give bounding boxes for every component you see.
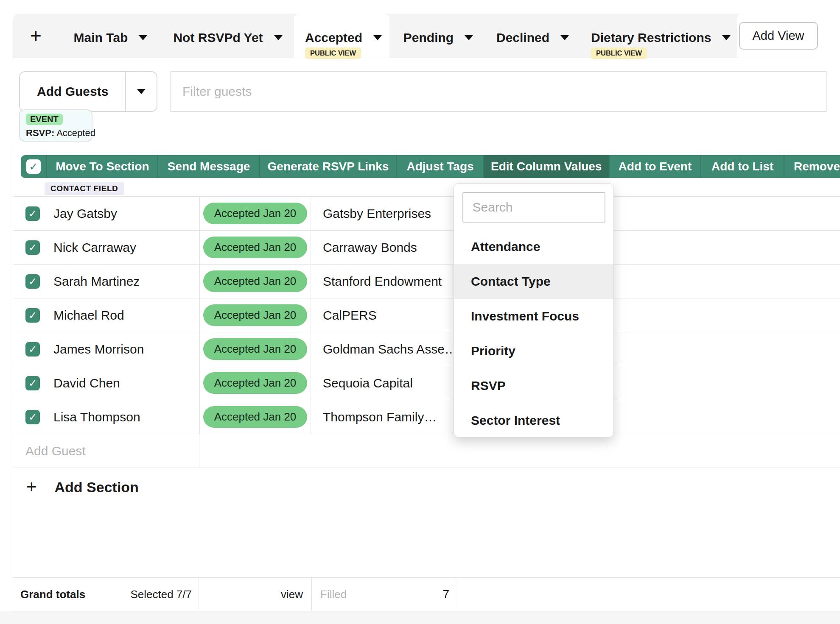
add-to-list-button[interactable]: Add to List — [700, 155, 784, 178]
chevron-down-icon[interactable] — [139, 35, 147, 40]
guest-name-cell[interactable]: ✓ Jay Gatsby — [13, 197, 199, 230]
add-section-button[interactable]: + Add Section — [26, 477, 139, 497]
check-icon: ✓ — [28, 411, 37, 423]
grand-totals-bar: Grand totals Selected 7/7 view Filled 7 — [13, 577, 840, 611]
chevron-down-icon[interactable] — [722, 35, 731, 40]
event-badge: EVENT — [26, 114, 63, 125]
guest-name: Jay Gatsby — [53, 206, 117, 221]
guest-name: Nick Carraway — [53, 240, 136, 255]
table-row: ✓ Jay Gatsby Accepted Jan 20 Gatsby Ente… — [13, 197, 840, 231]
dropdown-item-rsvp[interactable]: RSVP — [454, 368, 613, 403]
chip-filter-text: RSVP: Accepted — [26, 128, 86, 139]
row-checkbox[interactable]: ✓ — [25, 410, 40, 424]
rsvp-status-pill: Accepted Jan 20 — [203, 372, 308, 394]
row-checkbox[interactable]: ✓ — [25, 274, 40, 289]
rsvp-cell[interactable]: Accepted Jan 20 — [199, 197, 311, 230]
chevron-down-icon[interactable] — [560, 35, 569, 40]
totals-empty-cell — [458, 578, 840, 611]
tab-dietary-restrictions[interactable]: Dietary Restrictions PUBLIC VIEW — [578, 14, 727, 58]
guest-name-cell[interactable]: ✓ James Morrison — [13, 332, 199, 366]
totals-view-cell: view — [199, 578, 311, 611]
company-cell[interactable]: Thompson Family… — [311, 400, 459, 434]
adjust-tags-button[interactable]: Adjust Tags — [396, 155, 483, 178]
generate-rsvp-links-button[interactable]: Generate RSVP Links — [259, 155, 396, 178]
totals-view-control[interactable]: view — [281, 588, 303, 601]
select-all-checkbox[interactable]: ✓ — [26, 159, 41, 174]
rsvp-cell[interactable]: Accepted Jan 20 — [199, 265, 311, 298]
company-cell[interactable]: CalPERS — [311, 298, 459, 332]
remove-button[interactable]: Remove — [784, 155, 840, 178]
rsvp-cell[interactable]: Accepted Jan 20 — [199, 231, 311, 264]
table-row: ✓ Michael Rod Accepted Jan 20 CalPERS — [13, 298, 840, 332]
rsvp-cell[interactable]: Accepted Jan 20 — [199, 400, 311, 434]
guest-name: David Chen — [53, 376, 120, 390]
row-checkbox[interactable]: ✓ — [25, 376, 40, 390]
guest-name-cell[interactable]: ✓ Lisa Thompson — [13, 400, 199, 434]
row-checkbox[interactable]: ✓ — [25, 308, 40, 323]
dropdown-item-contact-type[interactable]: Contact Type — [454, 264, 613, 299]
row-checkbox[interactable]: ✓ — [25, 240, 40, 255]
check-icon: ✓ — [28, 276, 37, 287]
bulk-actions-toolbar: ✓ Move To Section Send Message Generate … — [21, 155, 840, 178]
table-row: ✓ Sarah Martinez Accepted Jan 20 Stanfor… — [13, 265, 840, 298]
table-row: ✓ David Chen Accepted Jan 20 Sequoia Cap… — [13, 366, 840, 400]
tab-label: Accepted — [305, 31, 362, 45]
filter-guests-input[interactable] — [170, 71, 827, 112]
tab-declined[interactable]: Declined — [487, 14, 578, 58]
chevron-down-icon[interactable] — [274, 35, 283, 40]
company-cell[interactable]: Stanford Endowment — [311, 265, 459, 298]
table-top-border — [13, 149, 840, 149]
guest-name-cell[interactable]: ✓ Nick Carraway — [13, 231, 199, 264]
rsvp-status-pill: Accepted Jan 20 — [203, 270, 308, 292]
dropdown-item-investment-focus[interactable]: Investment Focus — [454, 299, 613, 334]
plus-icon: + — [26, 477, 37, 497]
company-cell[interactable]: Carraway Bonds — [311, 231, 459, 264]
chevron-down-icon[interactable] — [465, 35, 473, 40]
add-guests-button[interactable]: Add Guests — [20, 72, 125, 111]
bottom-background-strip — [0, 611, 840, 624]
select-all-cell: ✓ — [21, 155, 46, 178]
tab-not-rsvpd-yet[interactable]: Not RSVPd Yet — [162, 14, 294, 58]
rsvp-cell[interactable]: Accepted Jan 20 — [199, 366, 311, 400]
dropdown-search-input[interactable] — [462, 192, 605, 223]
guest-name-cell[interactable]: ✓ Sarah Martinez — [13, 265, 199, 298]
chevron-down-icon — [137, 89, 146, 94]
move-to-section-button[interactable]: Move To Section — [46, 155, 157, 178]
dropdown-item-sector-interest[interactable]: Sector Interest — [454, 403, 613, 438]
filled-label: Filled — [320, 588, 347, 601]
edit-column-values-button[interactable]: Edit Column Values — [483, 155, 609, 178]
public-view-badge: PUBLIC VIEW — [305, 47, 361, 59]
add-to-event-button[interactable]: Add to Event — [609, 155, 701, 178]
filled-value: 7 — [442, 588, 449, 601]
row-checkbox[interactable]: ✓ — [25, 342, 40, 357]
rsvp-status-pill: Accepted Jan 20 — [203, 406, 308, 428]
company-cell[interactable]: Goldman Sachs Asse… — [311, 332, 459, 366]
add-view-button[interactable]: Add View — [739, 22, 818, 50]
tab-label: Not RSVPd Yet — [173, 31, 263, 45]
dropdown-item-attendance[interactable]: Attendance — [454, 229, 613, 264]
guest-name-cell[interactable]: ✓ David Chen — [13, 366, 199, 400]
add-guests-dropdown-button[interactable] — [125, 72, 157, 111]
rsvp-cell[interactable]: Accepted Jan 20 — [199, 332, 311, 366]
chevron-down-icon[interactable] — [373, 35, 382, 40]
tab-accepted-active[interactable]: Accepted PUBLIC VIEW — [294, 14, 389, 58]
rsvp-filter-chip[interactable]: EVENT RSVP: Accepted — [19, 109, 92, 142]
tab-label: Declined — [496, 31, 549, 45]
rsvp-cell[interactable]: Accepted Jan 20 — [199, 298, 311, 332]
guest-name: Lisa Thompson — [53, 410, 140, 424]
view-tab-bar: + Main Tab Not RSVPd Yet Accepted PUBLIC… — [13, 14, 820, 58]
send-message-button[interactable]: Send Message — [157, 155, 259, 178]
tab-main-tab[interactable]: Main Tab — [59, 14, 162, 58]
company-cell[interactable]: Sequoia Capital — [311, 366, 459, 400]
tab-pending[interactable]: Pending — [389, 14, 487, 58]
table-row: ✓ Lisa Thompson Accepted Jan 20 Thompson… — [13, 400, 840, 434]
tab-label: Main Tab — [74, 31, 128, 45]
add-guest-row: Add Guest — [13, 434, 840, 468]
add-guest-input[interactable]: Add Guest — [13, 434, 199, 468]
dropdown-item-priority[interactable]: Priority — [454, 334, 613, 368]
guest-name-cell[interactable]: ✓ Michael Rod — [13, 298, 199, 332]
add-tab-button[interactable]: + — [13, 14, 59, 58]
company-cell[interactable]: Gatsby Enterprises — [311, 197, 459, 230]
guest-management-page: + Main Tab Not RSVPd Yet Accepted PUBLIC… — [0, 0, 840, 624]
row-checkbox[interactable]: ✓ — [25, 206, 40, 221]
